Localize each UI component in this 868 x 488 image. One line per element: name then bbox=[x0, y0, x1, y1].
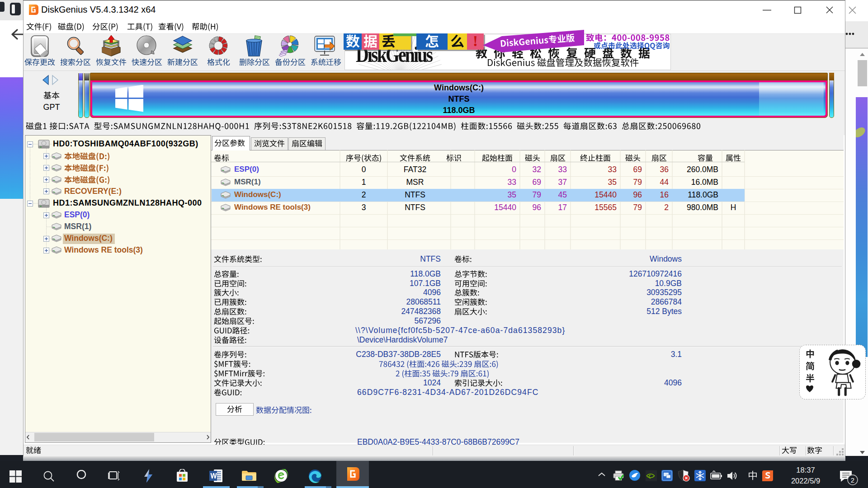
svg-text:2: 2 bbox=[851, 476, 854, 484]
